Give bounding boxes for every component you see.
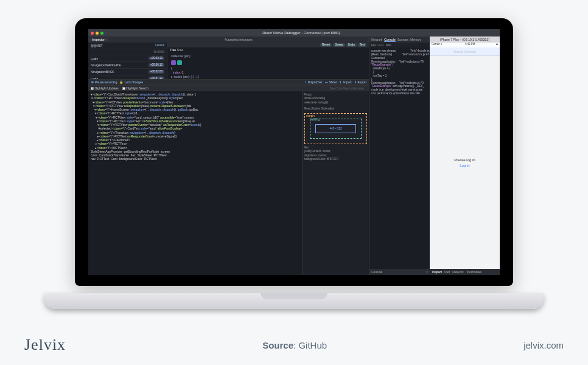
maximize-icon[interactable] (100, 32, 103, 35)
timestamp-row: 00:00:00 (88, 49, 167, 55)
nav-bar: Home Screen (430, 47, 500, 56)
init-row[interactable]: @@INIT Commit (88, 43, 167, 49)
pin-icon (177, 60, 182, 65)
action-row[interactable]: Login +00:03.30 (88, 55, 167, 62)
debugger-panel: Inspector Autoselect instances @@INIT Co… (88, 36, 369, 275)
devtools-toolbar: ⦿Pause recording 🔒Lock changes ⇪Dispatch… (88, 79, 369, 85)
console-filters: top Filter Info (369, 43, 430, 47)
status-bar: Carrier ᯤ 4:43 PM ■ (430, 43, 500, 47)
pause-button[interactable]: ⦿Pause recording (91, 80, 117, 84)
window-title: React Native Debugger - Connected (port … (105, 31, 497, 35)
export-button[interactable]: ⬆Export (354, 80, 366, 84)
lock-icon: 🔒 (119, 80, 123, 84)
editor-tabs: Tree Raw (167, 47, 369, 52)
login-link[interactable]: Log in (460, 164, 469, 167)
search-input[interactable]: Search by React style name (330, 87, 366, 90)
actions-list: @@INIT Commit 00:00:00 Login +00:03.30 (88, 43, 167, 79)
filter-input[interactable]: Filter (377, 43, 384, 47)
commit-label[interactable]: Commit (155, 44, 165, 47)
tree-tab[interactable]: Tree (170, 48, 176, 52)
caption-footer: Jelvix Source: GitHub jelvix.com (0, 325, 588, 365)
highlight-search-toggle[interactable]: Highlight Search (122, 86, 149, 90)
revert-button[interactable]: Revert (320, 43, 332, 47)
screen: React Native Debugger - Connected (port … (88, 29, 500, 275)
inspector-tab[interactable]: Inspector (88, 38, 109, 41)
console-tab[interactable]: Console (384, 38, 395, 42)
highlight-updates-toggle[interactable]: Highlight Updates (91, 86, 119, 90)
network-tab[interactable]: Network (452, 270, 463, 274)
pause-icon: ⦿ (91, 80, 94, 84)
source-caption: Source: GitHub (262, 340, 327, 350)
export-icon: ⬆ (354, 80, 357, 84)
sources-tab[interactable]: Sources (397, 38, 408, 41)
undo-button[interactable]: Undo (346, 43, 357, 47)
object-icon (171, 60, 176, 65)
slider-button[interactable]: ⊷Slider (325, 80, 337, 84)
login-prompt: Please log in (454, 158, 475, 162)
close-icon: × (426, 270, 428, 274)
simulator-app: Carrier ᯤ 4:43 PM ■ Home Screen Please l… (430, 43, 500, 269)
simulator-title: iPhone 7 Plus – iOS 10.3 (14E8301) (430, 36, 500, 43)
test-button[interactable]: Test (358, 43, 366, 47)
box-model: margin padding 443 × 512 (304, 113, 367, 144)
autoselect-tab[interactable]: Autoselect instances (109, 38, 369, 41)
simulator-panel: iPhone 7 Plus – iOS 10.3 (14E8301) Carri… (430, 36, 500, 275)
minimize-icon[interactable] (96, 32, 99, 35)
inspect-tab[interactable]: Inspect (432, 270, 442, 274)
style-panel: Props allowFontScaling selectable: strin… (302, 91, 369, 275)
editor-toolbar: Revert Sweep Undo Test (167, 43, 369, 47)
console-prompt[interactable]: Console × (369, 269, 430, 275)
laptop-base (44, 293, 544, 309)
import-button[interactable]: ⬇Import (339, 80, 351, 84)
slider-icon: ⊷ (325, 80, 328, 84)
raw-tab[interactable]: Raw (177, 48, 183, 52)
sim-inspector-tabs: Inspect Perf Network Touchables (430, 269, 500, 275)
state-editor: Revert Sweep Undo Test Tree Raw state.na… (167, 43, 369, 79)
native-style-heading: React Native Style editor (304, 107, 367, 111)
action-row[interactable]: Navigation/BACK +00:02.80 (88, 69, 167, 75)
console-tabs: Network Console Sources Memory (369, 36, 430, 43)
sweep-button[interactable]: Sweep (333, 43, 345, 47)
checkbox-icon (91, 87, 94, 90)
dispatcher-button[interactable]: ⇪Dispatcher (304, 80, 323, 84)
memory-tab[interactable]: Memory (410, 38, 421, 41)
laptop-frame: React Native Debugger - Connected (port … (75, 18, 513, 304)
import-icon: ⬇ (339, 80, 341, 84)
init-label: @@INIT (91, 44, 103, 47)
close-icon[interactable] (91, 32, 94, 35)
debugger-header: Inspector Autoselect instances (88, 36, 369, 43)
filter-level[interactable]: Info (386, 43, 391, 47)
console-output[interactable]: console was cleared "link">bundle.js:9 [… (369, 47, 430, 269)
window-titlebar: React Native Debugger - Connected (port … (88, 29, 500, 36)
network-tab[interactable]: Network (371, 38, 382, 41)
brand-logo: Jelvix (24, 336, 66, 354)
touchables-tab[interactable]: Touchables (466, 270, 481, 274)
lock-button[interactable]: 🔒Lock changes (119, 80, 143, 84)
sim-content: Please log in Log in (430, 56, 500, 269)
filter-scope[interactable]: top (371, 43, 376, 47)
checkbox-icon (122, 87, 125, 90)
element-tree[interactable]: ▾<class="t">CardStackTransitioner naviga… (88, 91, 302, 275)
perf-tab[interactable]: Perf (444, 270, 450, 274)
site-url: jelvix.com (523, 340, 564, 350)
dispatch-icon: ⇪ (304, 80, 307, 84)
screen-bezel: React Native Debugger - Connected (port … (75, 18, 513, 286)
devtools-console: Network Console Sources Memory top Filte… (369, 36, 430, 275)
action-row[interactable]: Navigation/NAVIGATE +00:00.12 (88, 62, 167, 69)
inspector-options: Highlight Updates Highlight Search Searc… (88, 85, 369, 91)
battery-icon: ■ (496, 43, 498, 47)
